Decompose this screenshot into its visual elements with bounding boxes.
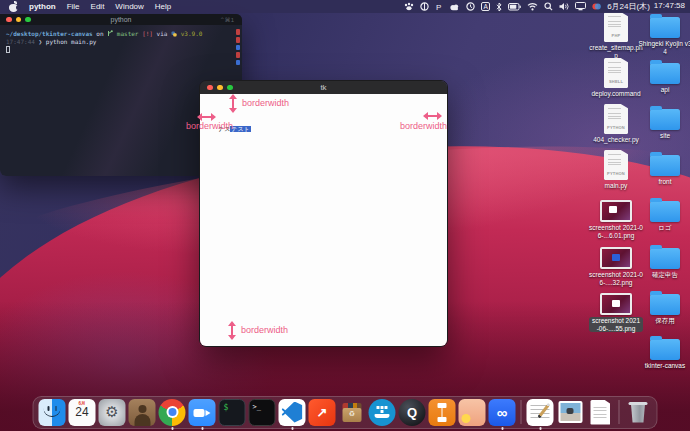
- menu-window[interactable]: Window: [115, 2, 143, 11]
- terminal-titlebar[interactable]: python ⌃⌘1: [0, 14, 242, 25]
- iterm-dock-icon[interactable]: $: [219, 399, 246, 426]
- calendar-dock-icon[interactable]: 6月 24: [69, 399, 96, 426]
- finder-dock-icon[interactable]: [39, 399, 66, 426]
- folder-label: front: [658, 178, 671, 186]
- desktop-folder[interactable]: tkinter-canvas: [638, 334, 690, 370]
- shell-file-icon: SHELL: [604, 58, 628, 88]
- infinity-app-dock-icon[interactable]: ∞: [489, 399, 516, 426]
- parallels-icon[interactable]: P: [435, 2, 443, 11]
- folder-label: ロゴ: [658, 224, 671, 232]
- desktop-file[interactable]: screenshot 2021-06-...6.01.png: [589, 196, 643, 239]
- folder-icon: [650, 17, 680, 38]
- desktop-folder[interactable]: api: [638, 58, 690, 94]
- file-label: 404_checker.py: [593, 136, 639, 144]
- trend-app-dock-icon[interactable]: ↗: [309, 399, 336, 426]
- dock: 6月 24 ⚙ $ >_ ↗ ♻ Q: [33, 396, 658, 429]
- folder-icon: [650, 294, 680, 315]
- scrollbar-mark: [236, 37, 240, 43]
- dock-divider: [521, 400, 522, 424]
- volume-icon[interactable]: [559, 2, 569, 11]
- python-logo-icon: [171, 31, 177, 37]
- dock-divider: [619, 400, 620, 424]
- word-on: on: [96, 30, 103, 37]
- yellow-dot-icon: [462, 414, 471, 423]
- shield-icon[interactable]: [420, 2, 429, 11]
- desktop-folder[interactable]: site: [638, 104, 690, 140]
- word-via: via: [157, 30, 168, 37]
- active-app-menu[interactable]: python: [29, 2, 56, 11]
- desktop-file[interactable]: screenshot 2021-06-....32.png: [589, 243, 643, 286]
- tk-canvas[interactable]: テステスト: [200, 94, 447, 347]
- wifi-icon[interactable]: [527, 2, 538, 11]
- desktop-file[interactable]: PYTHON 404_checker.py: [589, 104, 643, 144]
- video-camera-icon: [194, 409, 205, 417]
- drawio-dock-icon[interactable]: [429, 399, 456, 426]
- recycle-icon: ♻: [339, 410, 366, 418]
- menu-edit[interactable]: Edit: [91, 2, 105, 11]
- folder-label: api: [661, 86, 670, 94]
- running-indicator: [501, 427, 504, 430]
- folder-label: site: [660, 132, 670, 140]
- running-indicator: [539, 427, 542, 430]
- svg-text:P: P: [436, 3, 441, 11]
- menu-help[interactable]: Help: [155, 2, 171, 11]
- chrome-dock-icon[interactable]: [159, 399, 186, 426]
- tk-titlebar[interactable]: tk: [200, 81, 447, 94]
- terminal-dock-icon[interactable]: >_: [249, 399, 276, 426]
- python-version: v3.9.0: [181, 30, 203, 37]
- peach-app-dock-icon[interactable]: [459, 399, 486, 426]
- php-file-icon: PHP: [604, 12, 628, 42]
- display-icon[interactable]: [575, 2, 586, 11]
- desktop-file[interactable]: PYTHON main.py: [589, 150, 643, 190]
- apple-menu-icon[interactable]: [9, 1, 18, 12]
- terminal-line-2: 17:47:44 ❯ python main.py: [6, 38, 236, 46]
- folder-icon: [650, 248, 680, 269]
- docker-dock-icon[interactable]: [369, 399, 396, 426]
- document-dock-icon[interactable]: [587, 399, 614, 426]
- textedit-dock-icon[interactable]: [527, 399, 554, 426]
- desktop-folder[interactable]: 保存用: [638, 289, 690, 325]
- battery-icon[interactable]: [508, 3, 521, 11]
- vscode-dock-icon[interactable]: [279, 399, 306, 426]
- bluetooth-icon[interactable]: [496, 2, 502, 12]
- desktop-file-selected[interactable]: screenshot 2021-06-....55.png: [589, 289, 643, 332]
- desktop-file[interactable]: PHP create_sitemap.php: [589, 12, 643, 59]
- menu-bar-left: python File Edit Window Help: [0, 1, 171, 12]
- folder-icon: [650, 63, 680, 84]
- running-indicator: [291, 427, 294, 430]
- photos-stack-dock-icon[interactable]: [557, 399, 584, 426]
- file-label-selected: screenshot 2021-06-....55.png: [589, 317, 643, 332]
- shell-prompt-icon: >_: [253, 403, 261, 411]
- infinity-icon: ∞: [497, 404, 508, 421]
- trash-dock-icon[interactable]: [625, 399, 652, 426]
- desktop-folder[interactable]: ロゴ: [638, 196, 690, 232]
- menu-bar-date: 6月24日(木): [607, 1, 650, 12]
- input-source-icon[interactable]: A: [481, 2, 490, 11]
- cloud-icon[interactable]: [449, 3, 460, 11]
- contacts-dock-icon[interactable]: [129, 399, 156, 426]
- menu-bar-status: P A 6月24日(木) 17:47:58: [404, 1, 690, 12]
- system-preferences-dock-icon[interactable]: ⚙: [99, 399, 126, 426]
- quicktime-dock-icon[interactable]: Q: [399, 399, 426, 426]
- spotlight-icon[interactable]: [544, 2, 553, 11]
- zoom-dock-icon[interactable]: [189, 399, 216, 426]
- folder-label: tkinter-canvas: [645, 362, 685, 370]
- menu-file[interactable]: File: [67, 2, 80, 11]
- desktop-file[interactable]: SHELL deploy.command: [589, 58, 643, 98]
- paw-icon[interactable]: [404, 2, 414, 11]
- borderwidth-label-bottom: borderwidth: [241, 325, 288, 335]
- folder-icon: [650, 201, 680, 222]
- desktop-folder[interactable]: Shingeki Kyojin v34: [638, 12, 690, 55]
- color-app-icon[interactable]: [592, 2, 601, 11]
- file-label: create_sitemap.php: [589, 44, 643, 59]
- desktop-folder[interactable]: 確定申告: [638, 243, 690, 279]
- menu-bar-clock[interactable]: 6月24日(木) 17:47:58: [607, 1, 685, 12]
- time-machine-icon[interactable]: [466, 2, 475, 11]
- terminal-cursor: [6, 46, 10, 53]
- file-label: screenshot 2021-06-....32.png: [589, 271, 643, 286]
- appcleaner-dock-icon[interactable]: ♻: [339, 399, 366, 426]
- file-label: main.py: [605, 182, 628, 190]
- folder-icon: [650, 155, 680, 176]
- desktop-folder[interactable]: front: [638, 150, 690, 186]
- terminal-shortcut: ⌃⌘1: [220, 16, 242, 23]
